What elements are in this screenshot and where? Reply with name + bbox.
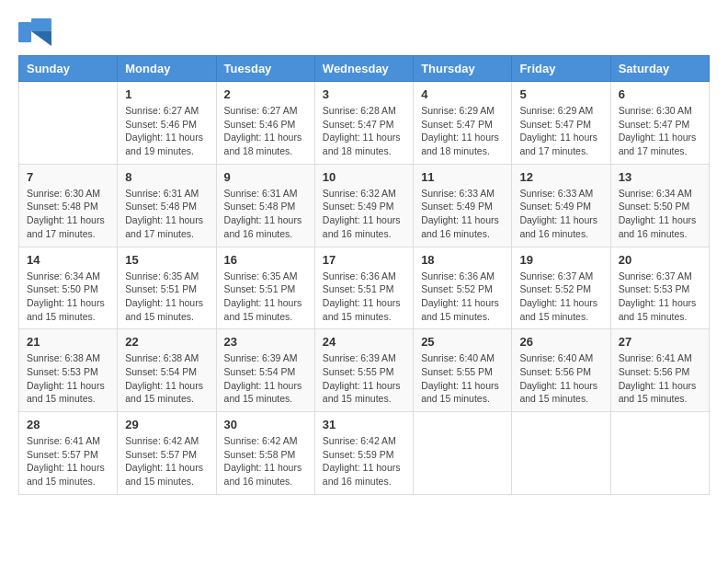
calendar-cell: 3Sunrise: 6:28 AM Sunset: 5:47 PM Daylig… <box>314 82 413 165</box>
day-number: 16 <box>224 253 307 267</box>
calendar-header-tuesday: Tuesday <box>216 56 314 82</box>
day-number: 30 <box>224 418 307 431</box>
day-number: 27 <box>619 335 701 349</box>
day-info: Sunrise: 6:39 AM Sunset: 5:55 PM Dayligh… <box>323 351 405 406</box>
calendar-cell: 20Sunrise: 6:37 AM Sunset: 5:53 PM Dayli… <box>610 247 709 329</box>
day-number: 20 <box>619 253 701 267</box>
calendar-cell <box>414 412 512 495</box>
day-info: Sunrise: 6:29 AM Sunset: 5:47 PM Dayligh… <box>519 104 602 158</box>
calendar-header-saturday: Saturday <box>610 56 709 82</box>
calendar-cell: 16Sunrise: 6:35 AM Sunset: 5:51 PM Dayli… <box>216 247 314 329</box>
day-info: Sunrise: 6:27 AM Sunset: 5:46 PM Dayligh… <box>125 104 208 158</box>
day-number: 13 <box>619 170 701 184</box>
calendar-cell: 18Sunrise: 6:36 AM Sunset: 5:52 PM Dayli… <box>414 247 512 329</box>
calendar-cell: 4Sunrise: 6:29 AM Sunset: 5:47 PM Daylig… <box>414 82 512 165</box>
day-info: Sunrise: 6:33 AM Sunset: 5:49 PM Dayligh… <box>421 187 504 241</box>
calendar-cell: 11Sunrise: 6:33 AM Sunset: 5:49 PM Dayli… <box>414 164 512 247</box>
svg-rect-0 <box>18 22 31 42</box>
calendar-cell: 2Sunrise: 6:27 AM Sunset: 5:46 PM Daylig… <box>216 82 314 165</box>
day-number: 17 <box>323 253 405 267</box>
logo-icon <box>18 18 51 46</box>
calendar-cell: 21Sunrise: 6:38 AM Sunset: 5:53 PM Dayli… <box>19 329 118 412</box>
day-info: Sunrise: 6:40 AM Sunset: 5:55 PM Dayligh… <box>421 351 504 406</box>
calendar-cell: 28Sunrise: 6:41 AM Sunset: 5:57 PM Dayli… <box>19 412 118 495</box>
calendar-cell: 19Sunrise: 6:37 AM Sunset: 5:52 PM Dayli… <box>512 247 610 329</box>
calendar-week-row: 14Sunrise: 6:34 AM Sunset: 5:50 PM Dayli… <box>19 247 710 329</box>
day-info: Sunrise: 6:38 AM Sunset: 5:53 PM Dayligh… <box>27 351 109 406</box>
day-info: Sunrise: 6:34 AM Sunset: 5:50 PM Dayligh… <box>27 270 109 324</box>
day-info: Sunrise: 6:36 AM Sunset: 5:51 PM Dayligh… <box>323 270 405 324</box>
calendar-cell: 12Sunrise: 6:33 AM Sunset: 5:49 PM Dayli… <box>512 164 610 247</box>
day-info: Sunrise: 6:42 AM Sunset: 5:59 PM Dayligh… <box>323 434 405 488</box>
day-number: 10 <box>323 170 405 184</box>
calendar-header-sunday: Sunday <box>19 56 118 82</box>
day-info: Sunrise: 6:38 AM Sunset: 5:54 PM Dayligh… <box>125 351 208 406</box>
calendar-cell: 6Sunrise: 6:30 AM Sunset: 5:47 PM Daylig… <box>610 82 709 165</box>
calendar-cell: 24Sunrise: 6:39 AM Sunset: 5:55 PM Dayli… <box>314 329 413 412</box>
day-info: Sunrise: 6:29 AM Sunset: 5:47 PM Dayligh… <box>421 104 504 158</box>
logo <box>18 18 55 46</box>
day-number: 28 <box>27 418 109 431</box>
calendar-cell: 25Sunrise: 6:40 AM Sunset: 5:55 PM Dayli… <box>414 329 512 412</box>
calendar-cell <box>512 412 610 495</box>
day-number: 19 <box>519 253 602 267</box>
day-number: 21 <box>27 335 109 349</box>
day-info: Sunrise: 6:30 AM Sunset: 5:48 PM Dayligh… <box>27 187 109 241</box>
day-info: Sunrise: 6:39 AM Sunset: 5:54 PM Dayligh… <box>224 351 307 406</box>
calendar-cell: 7Sunrise: 6:30 AM Sunset: 5:48 PM Daylig… <box>19 164 118 247</box>
day-number: 11 <box>421 170 504 184</box>
calendar-cell: 22Sunrise: 6:38 AM Sunset: 5:54 PM Dayli… <box>118 329 216 412</box>
calendar-cell: 13Sunrise: 6:34 AM Sunset: 5:50 PM Dayli… <box>610 164 709 247</box>
day-info: Sunrise: 6:42 AM Sunset: 5:57 PM Dayligh… <box>125 434 208 488</box>
calendar-cell: 26Sunrise: 6:40 AM Sunset: 5:56 PM Dayli… <box>512 329 610 412</box>
calendar-cell: 14Sunrise: 6:34 AM Sunset: 5:50 PM Dayli… <box>19 247 118 329</box>
day-number: 14 <box>27 253 109 267</box>
calendar-week-row: 21Sunrise: 6:38 AM Sunset: 5:53 PM Dayli… <box>19 329 710 412</box>
day-info: Sunrise: 6:36 AM Sunset: 5:52 PM Dayligh… <box>421 270 504 324</box>
calendar-cell: 27Sunrise: 6:41 AM Sunset: 5:56 PM Dayli… <box>610 329 709 412</box>
calendar-header-row: SundayMondayTuesdayWednesdayThursdayFrid… <box>19 56 710 82</box>
day-number: 24 <box>323 335 405 349</box>
calendar-cell: 5Sunrise: 6:29 AM Sunset: 5:47 PM Daylig… <box>512 82 610 165</box>
svg-rect-1 <box>31 18 51 31</box>
day-number: 25 <box>421 335 504 349</box>
day-info: Sunrise: 6:34 AM Sunset: 5:50 PM Dayligh… <box>619 187 701 241</box>
day-number: 23 <box>224 335 307 349</box>
calendar-table: SundayMondayTuesdayWednesdayThursdayFrid… <box>18 55 710 495</box>
calendar-cell: 17Sunrise: 6:36 AM Sunset: 5:51 PM Dayli… <box>314 247 413 329</box>
day-number: 15 <box>125 253 208 267</box>
day-info: Sunrise: 6:42 AM Sunset: 5:58 PM Dayligh… <box>224 434 307 488</box>
day-number: 29 <box>125 418 208 431</box>
day-number: 8 <box>125 170 208 184</box>
day-info: Sunrise: 6:28 AM Sunset: 5:47 PM Dayligh… <box>323 104 405 158</box>
day-number: 18 <box>421 253 504 267</box>
calendar-cell: 9Sunrise: 6:31 AM Sunset: 5:48 PM Daylig… <box>216 164 314 247</box>
calendar-header-wednesday: Wednesday <box>314 56 413 82</box>
calendar-week-row: 7Sunrise: 6:30 AM Sunset: 5:48 PM Daylig… <box>19 164 710 247</box>
calendar-header-monday: Monday <box>118 56 216 82</box>
day-info: Sunrise: 6:40 AM Sunset: 5:56 PM Dayligh… <box>519 351 602 406</box>
calendar-cell: 15Sunrise: 6:35 AM Sunset: 5:51 PM Dayli… <box>118 247 216 329</box>
calendar-cell: 1Sunrise: 6:27 AM Sunset: 5:46 PM Daylig… <box>118 82 216 165</box>
day-info: Sunrise: 6:37 AM Sunset: 5:52 PM Dayligh… <box>519 270 602 324</box>
day-number: 4 <box>421 87 504 101</box>
calendar-week-row: 28Sunrise: 6:41 AM Sunset: 5:57 PM Dayli… <box>19 412 710 495</box>
day-info: Sunrise: 6:27 AM Sunset: 5:46 PM Dayligh… <box>224 104 307 158</box>
calendar-cell <box>19 82 118 165</box>
day-number: 22 <box>125 335 208 349</box>
day-number: 2 <box>224 87 307 101</box>
calendar-cell: 29Sunrise: 6:42 AM Sunset: 5:57 PM Dayli… <box>118 412 216 495</box>
calendar-week-row: 1Sunrise: 6:27 AM Sunset: 5:46 PM Daylig… <box>19 82 710 165</box>
day-info: Sunrise: 6:33 AM Sunset: 5:49 PM Dayligh… <box>519 187 602 241</box>
day-number: 5 <box>519 87 602 101</box>
calendar-cell: 31Sunrise: 6:42 AM Sunset: 5:59 PM Dayli… <box>314 412 413 495</box>
day-number: 1 <box>125 87 208 101</box>
day-number: 31 <box>323 418 405 431</box>
day-number: 12 <box>519 170 602 184</box>
day-info: Sunrise: 6:41 AM Sunset: 5:56 PM Dayligh… <box>619 351 701 406</box>
day-number: 3 <box>323 87 405 101</box>
calendar-cell: 30Sunrise: 6:42 AM Sunset: 5:58 PM Dayli… <box>216 412 314 495</box>
calendar-cell: 10Sunrise: 6:32 AM Sunset: 5:49 PM Dayli… <box>314 164 413 247</box>
day-info: Sunrise: 6:32 AM Sunset: 5:49 PM Dayligh… <box>323 187 405 241</box>
page-header <box>18 18 710 46</box>
